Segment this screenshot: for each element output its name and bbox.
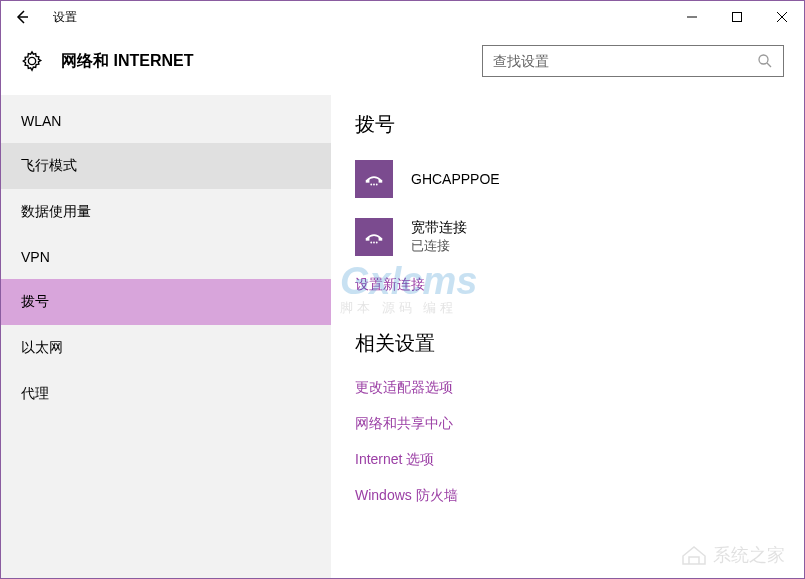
related-link[interactable]: Windows 防火墙	[355, 487, 780, 505]
settings-gear-icon	[21, 50, 43, 72]
dialup-phone-icon	[355, 218, 393, 256]
svg-point-16	[376, 242, 378, 244]
svg-point-9	[370, 184, 372, 186]
svg-line-6	[767, 63, 771, 67]
svg-rect-12	[366, 238, 370, 241]
svg-point-11	[376, 184, 378, 186]
back-button[interactable]	[1, 1, 43, 33]
new-connection-link[interactable]: 设置新连接	[355, 276, 780, 294]
sidebar-item-wlan[interactable]: WLAN	[1, 99, 331, 143]
close-button[interactable]	[759, 1, 804, 33]
content-pane: 拨号 GHCAPPPOE宽带连接已连接 设置新连接 相关设置 更改适配器选项网络…	[331, 95, 804, 578]
svg-rect-13	[379, 238, 383, 241]
minimize-button[interactable]	[669, 1, 714, 33]
sidebar-item-vpn[interactable]: VPN	[1, 235, 331, 279]
dialup-phone-icon	[355, 160, 393, 198]
sidebar-item-airplane[interactable]: 飞行模式	[1, 143, 331, 189]
minimize-icon	[687, 12, 697, 22]
svg-point-14	[370, 242, 372, 244]
search-input[interactable]	[493, 53, 757, 69]
connection-name: GHCAPPPOE	[411, 171, 500, 187]
svg-rect-8	[379, 180, 383, 183]
window-title: 设置	[53, 9, 77, 26]
search-box[interactable]	[482, 45, 784, 77]
sidebar-item-datausage[interactable]: 数据使用量	[1, 189, 331, 235]
svg-rect-7	[366, 180, 370, 183]
arrow-left-icon	[14, 9, 30, 25]
sidebar-item-dialup[interactable]: 拨号	[1, 279, 331, 325]
svg-point-10	[373, 184, 375, 186]
search-icon	[757, 53, 773, 69]
svg-rect-2	[732, 13, 741, 22]
close-icon	[777, 12, 787, 22]
page-heading: 网络和 INTERNET	[61, 51, 193, 72]
svg-point-15	[373, 242, 375, 244]
svg-point-5	[759, 55, 768, 64]
related-link[interactable]: Internet 选项	[355, 451, 780, 469]
connection-status: 已连接	[411, 237, 467, 255]
connection-item[interactable]: 宽带连接已连接	[355, 218, 780, 256]
connection-name: 宽带连接	[411, 219, 467, 237]
section-title: 拨号	[355, 111, 780, 138]
sidebar-item-proxy[interactable]: 代理	[1, 371, 331, 417]
maximize-icon	[732, 12, 742, 22]
related-link[interactable]: 更改适配器选项	[355, 379, 780, 397]
maximize-button[interactable]	[714, 1, 759, 33]
connection-item[interactable]: GHCAPPPOE	[355, 160, 780, 198]
related-settings-title: 相关设置	[355, 330, 780, 357]
sidebar-item-ethernet[interactable]: 以太网	[1, 325, 331, 371]
related-link[interactable]: 网络和共享中心	[355, 415, 780, 433]
sidebar: WLAN飞行模式数据使用量VPN拨号以太网代理	[1, 95, 331, 578]
